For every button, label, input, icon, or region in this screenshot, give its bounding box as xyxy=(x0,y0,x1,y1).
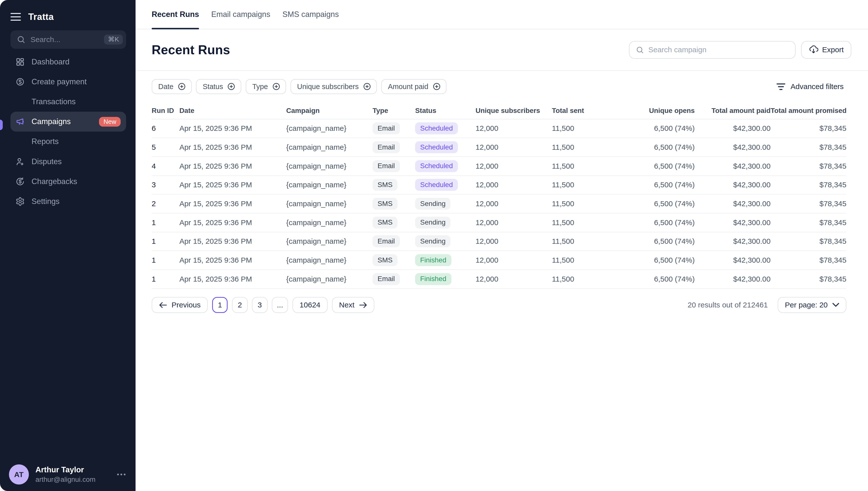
campaign-search[interactable] xyxy=(629,41,796,59)
cell-status: Scheduled xyxy=(415,138,476,157)
table-row[interactable]: 1 Apr 15, 2025 9:36 PM {campaign_name} E… xyxy=(152,232,846,251)
cell-campaign: {campaign_name} xyxy=(286,213,372,232)
next-page-button[interactable]: Next xyxy=(332,297,374,313)
cell-unique-subscribers: 12,000 xyxy=(476,213,552,232)
campaign-search-input[interactable] xyxy=(649,46,789,54)
filter-chip-amount-paid[interactable]: Amount paid xyxy=(381,79,446,94)
tab-email-campaigns[interactable]: Email campaigns xyxy=(211,0,270,29)
cell-status: Sending xyxy=(415,194,476,213)
filter-lines-icon xyxy=(776,83,786,90)
sidebar-item-chargebacks[interactable]: Chargebacks xyxy=(10,172,126,192)
cell-total-amount-paid: $42,300.00 xyxy=(695,138,771,157)
sidebar-item-transactions[interactable]: Transactions xyxy=(10,92,126,112)
filter-chip-unique-subscribers[interactable]: Unique subscribers xyxy=(291,79,377,94)
chip-label: Date xyxy=(158,83,173,91)
chip-label: Amount paid xyxy=(388,83,428,91)
cell-total-amount-paid: $42,300.00 xyxy=(695,194,771,213)
sidebar-item-disputes[interactable]: Disputes xyxy=(10,152,126,172)
sidebar-item-label: Create payment xyxy=(32,77,121,86)
advanced-filters-button[interactable]: Advanced filters xyxy=(776,82,844,91)
sidebar-search[interactable]: ⌘K xyxy=(10,30,126,49)
user-name: Arthur Taylor xyxy=(35,465,108,474)
col-type: Type xyxy=(372,103,415,119)
page-header: Recent Runs Export xyxy=(136,29,868,71)
page-button-3[interactable]: 3 xyxy=(252,297,267,313)
cell-date: Apr 15, 2025 9:36 PM xyxy=(179,157,286,176)
cell-total-amount-promised: $78,345 xyxy=(771,194,846,213)
user-meta: Arthur Taylor arthur@alignui.com xyxy=(35,465,108,483)
cell-total-sent: 11,500 xyxy=(552,232,620,251)
cell-unique-subscribers: 12,000 xyxy=(476,232,552,251)
cell-campaign: {campaign_name} xyxy=(286,251,372,270)
cell-total-amount-promised: $78,345 xyxy=(771,138,846,157)
cell-campaign: {campaign_name} xyxy=(286,194,372,213)
app-window: Tratta ⌘K Dashboard Create payment xyxy=(0,0,868,491)
cell-type: Email xyxy=(372,157,415,176)
new-badge: New xyxy=(99,117,121,126)
type-badge: Email xyxy=(372,160,400,172)
table-row[interactable]: 3 Apr 15, 2025 9:36 PM {campaign_name} S… xyxy=(152,176,846,195)
page-ellipsis[interactable]: ... xyxy=(272,297,288,313)
col-run-id: Run ID xyxy=(152,103,179,119)
page-button-1[interactable]: 1 xyxy=(212,297,228,313)
sidebar-search-input[interactable] xyxy=(30,35,99,44)
table-row[interactable]: 2 Apr 15, 2025 9:36 PM {campaign_name} S… xyxy=(152,194,846,213)
table-row[interactable]: 4 Apr 15, 2025 9:36 PM {campaign_name} E… xyxy=(152,157,846,176)
tab-sms-campaigns[interactable]: SMS campaigns xyxy=(282,0,339,29)
cell-unique-opens: 6,500 (74%) xyxy=(620,194,695,213)
user-email: arthur@alignui.com xyxy=(35,475,108,484)
type-badge: SMS xyxy=(372,254,397,266)
table-row[interactable]: 1 Apr 15, 2025 9:36 PM {campaign_name} E… xyxy=(152,270,846,289)
sidebar-item-dashboard[interactable]: Dashboard xyxy=(10,52,126,72)
sidebar-item-label: Dashboard xyxy=(32,57,121,66)
main-content: Recent Runs Email campaigns SMS campaign… xyxy=(136,0,868,491)
tab-recent-runs[interactable]: Recent Runs xyxy=(152,0,199,29)
page-button-2[interactable]: 2 xyxy=(232,297,247,313)
cell-total-sent: 11,500 xyxy=(552,213,620,232)
sidebar-item-campaigns[interactable]: Campaigns New xyxy=(10,112,126,132)
cell-date: Apr 15, 2025 9:36 PM xyxy=(179,138,286,157)
cell-total-amount-paid: $42,300.00 xyxy=(695,270,771,289)
cell-total-sent: 11,500 xyxy=(552,251,620,270)
sidebar-item-label: Settings xyxy=(32,197,121,206)
per-page-select[interactable]: Per page: 20 xyxy=(778,297,846,313)
cell-unique-opens: 6,500 (74%) xyxy=(620,119,695,138)
sidebar-item-settings[interactable]: Settings xyxy=(10,192,126,211)
plus-circle-icon xyxy=(272,82,281,91)
export-button[interactable]: Export xyxy=(801,41,851,59)
previous-page-button[interactable]: Previous xyxy=(152,297,208,313)
filter-chip-date[interactable]: Date xyxy=(152,79,192,94)
dollar-refresh-icon xyxy=(16,177,25,186)
page-button-last[interactable]: 10624 xyxy=(293,297,328,313)
ellipsis-icon[interactable] xyxy=(115,471,128,478)
cell-unique-opens: 6,500 (74%) xyxy=(620,251,695,270)
cell-run-id: 1 xyxy=(152,270,179,289)
col-total-amount-paid: Total amount paid xyxy=(695,103,771,119)
filter-chip-status[interactable]: Status xyxy=(196,79,241,94)
chevron-down-icon xyxy=(832,302,839,308)
table-row[interactable]: 6 Apr 15, 2025 9:36 PM {campaign_name} E… xyxy=(152,119,846,138)
sidebar-item-create-payment[interactable]: Create payment xyxy=(10,72,126,92)
cell-campaign: {campaign_name} xyxy=(286,176,372,195)
type-badge: SMS xyxy=(372,179,397,191)
filter-chip-type[interactable]: Type xyxy=(246,79,286,94)
arrow-left-icon xyxy=(159,301,167,309)
search-icon xyxy=(636,46,644,54)
cell-run-id: 3 xyxy=(152,176,179,195)
type-badge: SMS xyxy=(372,216,397,229)
status-badge: Scheduled xyxy=(415,122,458,134)
status-badge: Finished xyxy=(415,273,451,285)
user-profile[interactable]: AT Arthur Taylor arthur@alignui.com xyxy=(9,464,128,484)
cell-unique-opens: 6,500 (74%) xyxy=(620,232,695,251)
col-campaign: Campaign xyxy=(286,103,372,119)
table-row[interactable]: 1 Apr 15, 2025 9:36 PM {campaign_name} S… xyxy=(152,251,846,270)
col-status: Status xyxy=(415,103,476,119)
table-row[interactable]: 1 Apr 15, 2025 9:36 PM {campaign_name} S… xyxy=(152,213,846,232)
status-badge: Sending xyxy=(415,216,450,229)
menu-icon[interactable] xyxy=(10,13,21,21)
table-row[interactable]: 5 Apr 15, 2025 9:36 PM {campaign_name} E… xyxy=(152,138,846,157)
arrow-right-icon xyxy=(359,301,367,309)
cell-unique-subscribers: 12,000 xyxy=(476,157,552,176)
gear-icon xyxy=(16,197,25,206)
sidebar-item-reports[interactable]: Reports xyxy=(10,132,126,151)
